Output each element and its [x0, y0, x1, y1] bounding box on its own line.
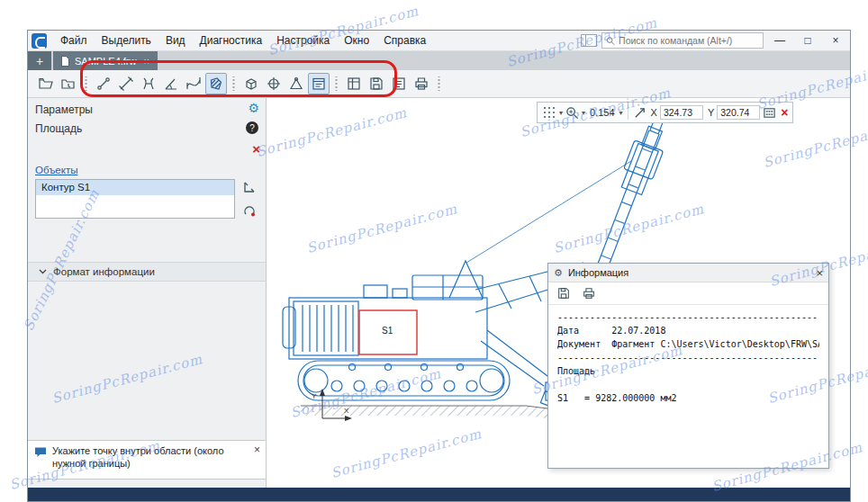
snap-dropdown-caret[interactable]: ▾ [559, 109, 563, 117]
search-icon [606, 36, 615, 46]
panel-gear-icon[interactable]: ⚙ [248, 101, 259, 115]
info-line-document: Документ Фрагмент C:\Users\Victor\Deskto… [557, 337, 819, 351]
measure-vertex-icon[interactable] [285, 73, 307, 94]
keypad-icon[interactable] [763, 106, 776, 120]
x-coordinate-field[interactable]: 324.73 [660, 105, 703, 120]
specify-contour-icon[interactable] [240, 179, 258, 197]
snap-grid-icon[interactable] [542, 105, 556, 120]
object-properties-icon[interactable] [388, 73, 410, 94]
collect-info-icon[interactable] [343, 73, 365, 94]
info-window[interactable]: ⚙ Информация × -------------------------… [547, 263, 829, 469]
scale-dropdown-caret[interactable]: ▾ [619, 109, 623, 117]
cancel-command-icon[interactable]: × [252, 141, 260, 157]
print-info-icon[interactable] [411, 73, 432, 94]
menu-file[interactable]: Файл [53, 31, 95, 50]
menu-settings[interactable]: Настройка [269, 31, 337, 50]
toolbar-grip[interactable] [334, 76, 339, 91]
maximize-button[interactable]: □ [796, 31, 819, 49]
print-report-icon[interactable] [578, 282, 600, 304]
hint-box: Укажите точку внутри области (около нужн… [28, 440, 266, 480]
app-logo-icon[interactable] [32, 33, 47, 49]
chevron-down-icon [39, 269, 47, 274]
interrupt-command-icon[interactable]: × [781, 105, 788, 120]
measure-area-icon[interactable] [205, 73, 227, 94]
axis-x-label: X [344, 407, 349, 415]
objects-list[interactable]: Контур S1 [35, 179, 235, 219]
measurement-toolbar [28, 70, 850, 98]
menu-diagnostics[interactable]: Диагностика [193, 31, 270, 50]
help-icon[interactable]: ? [246, 121, 258, 134]
measure-distance-icon[interactable] [115, 73, 137, 94]
objects-link[interactable]: Объекты [35, 165, 77, 175]
axis-y-label: Y [312, 392, 317, 400]
s1-measured-area[interactable]: S1 [359, 310, 417, 354]
list-item-contour[interactable]: Контур S1 [36, 180, 234, 195]
tab-close-icon[interactable]: × [143, 56, 149, 67]
info-line-blank [557, 378, 819, 391]
measure-mass-icon[interactable] [240, 73, 262, 94]
info-line-section: Площадь [557, 364, 819, 378]
redraw-contour-icon[interactable] [240, 202, 258, 220]
zoom-dropdown-caret[interactable]: ▾ [582, 109, 585, 117]
info-window-toolbar [548, 282, 828, 305]
y-coordinate-field[interactable]: 320.74 [717, 105, 760, 120]
info-line: ----------------------------------------… [557, 310, 819, 324]
y-coordinate-label: Y [708, 107, 714, 118]
zoom-tool-icon[interactable] [565, 106, 579, 120]
tab-title: SAMPLE4.frw [75, 56, 136, 67]
menu-view[interactable]: Вид [158, 31, 193, 50]
panels-layout-icon[interactable] [581, 34, 597, 47]
command-search[interactable] [601, 32, 764, 49]
measure-length-icon[interactable] [183, 73, 204, 94]
info-window-body: ----------------------------------------… [548, 305, 828, 410]
toolbar-grip[interactable] [84, 76, 88, 91]
tabbar: + SAMPLE4.frw × [28, 51, 850, 70]
format-info-label: Формат информации [53, 266, 155, 277]
zoom-value[interactable]: 0.154 [588, 107, 617, 118]
s1-label: S1 [382, 326, 393, 336]
menubar: Файл Выделить Вид Диагностика Настройка … [28, 31, 850, 51]
measure-inertia-icon[interactable] [263, 73, 285, 94]
info-window-icon[interactable] [308, 73, 330, 94]
parameters-panel: Параметры ⚙ Площадь ? × Объекты Контур S… [28, 98, 267, 489]
info-window-titlebar[interactable]: ⚙ Информация × [548, 264, 828, 282]
rebuild-view-icon[interactable] [633, 106, 646, 120]
measure-angle-icon[interactable] [160, 73, 182, 94]
menu-help[interactable]: Справка [376, 31, 433, 50]
format-info-section[interactable]: Формат информации [28, 262, 266, 282]
active-tool-label: Площадь [35, 122, 82, 135]
minimize-button[interactable]: — [768, 31, 791, 49]
x-coordinate-label: X [651, 107, 657, 118]
y-coordinate-value: 320.74 [720, 107, 749, 118]
close-window-button[interactable]: × [824, 31, 847, 49]
hint-bubble-icon [34, 446, 47, 458]
hint-text: Укажите точку внутри области (около нужн… [52, 444, 248, 470]
info-gear-icon: ⚙ [554, 267, 563, 279]
measure-coordinates-icon[interactable] [93, 73, 114, 94]
save-info-icon[interactable] [366, 73, 387, 94]
info-line-result: S1 = 9282.000000 мм2 [557, 391, 819, 405]
info-line-date: Дата 22.07.2018 [557, 324, 819, 337]
search-input[interactable] [619, 35, 759, 46]
info-line: ----------------------------------------… [557, 351, 819, 364]
toolbar-grip[interactable] [437, 76, 441, 91]
info-close-icon[interactable]: × [816, 266, 823, 280]
measure-distance-curves-icon[interactable] [138, 73, 159, 94]
new-tab-button[interactable]: + [28, 51, 51, 70]
recent-documents-icon[interactable] [58, 73, 79, 94]
screen: Файл Выделить Вид Диагностика Настройка … [0, 0, 868, 502]
menubar-right: — □ × [581, 31, 850, 49]
document-tab[interactable]: SAMPLE4.frw × [53, 51, 158, 70]
menu-window[interactable]: Окно [337, 31, 376, 50]
toolbar-grip[interactable] [231, 76, 236, 91]
panel-title: Параметры [35, 103, 93, 116]
menu-select[interactable]: Выделить [95, 31, 158, 50]
open-document-icon[interactable] [35, 73, 57, 94]
x-coordinate-value: 324.73 [664, 107, 692, 118]
document-icon [61, 56, 69, 67]
objects-list-actions [240, 179, 258, 220]
toolbar-separator [628, 105, 628, 120]
coordinate-axes-icon: Y X [312, 389, 352, 421]
save-report-icon[interactable] [553, 282, 574, 304]
hint-close-icon[interactable]: × [254, 444, 260, 456]
